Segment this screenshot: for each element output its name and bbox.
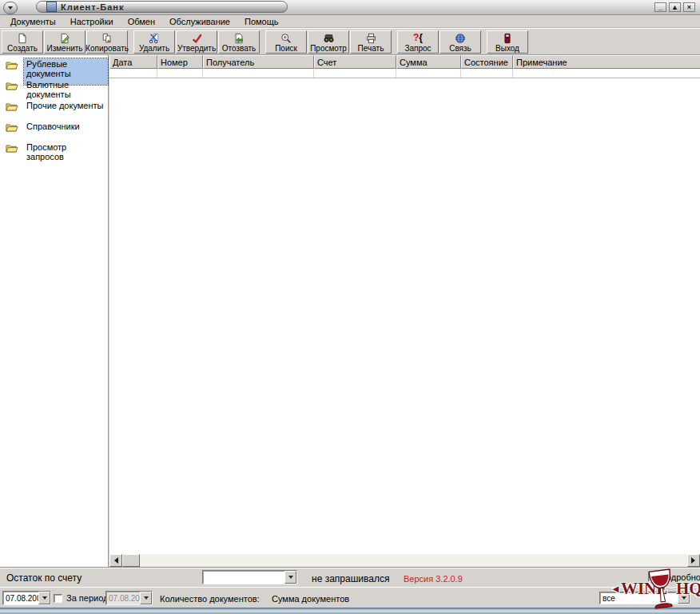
column-header-account[interactable]: Счет	[314, 55, 396, 69]
copy-document-icon	[101, 32, 113, 44]
date-from-picker[interactable]: 07.08.2007	[2, 591, 51, 605]
document-categories-sidebar: Рублевые документы Валютные документы Пр…	[0, 54, 109, 567]
checkmark-icon	[191, 32, 203, 44]
sidebar-item-other-documents[interactable]: Прочие документы	[0, 100, 108, 121]
exit-button[interactable]: Выход	[487, 30, 528, 54]
menu-bar: Документы Настройки Обмен Обслуживание П…	[0, 15, 700, 28]
print-button[interactable]: Печать	[350, 30, 392, 54]
menu-service[interactable]: Обслуживание	[162, 16, 237, 27]
details-checkbox-group: Подробно	[648, 572, 700, 582]
documents-table: Дата Номер Получатель Счет Сумма Состоян…	[109, 54, 700, 567]
scroll-left-button[interactable]	[109, 554, 122, 567]
chevron-down-icon	[8, 6, 13, 12]
version-label: Версия 3.2.0.9	[404, 574, 463, 584]
folder-icon	[6, 102, 18, 114]
document-count-label: Количество документов:	[160, 594, 260, 604]
menu-settings[interactable]: Настройки	[63, 16, 121, 27]
menu-exchange[interactable]: Обмен	[121, 16, 162, 27]
title-pill: Клиент-Банк	[36, 1, 288, 13]
folder-icon	[6, 122, 18, 134]
globe-icon	[455, 32, 466, 44]
title-bar: Клиент-Банк _ ▲ ×	[0, 0, 700, 15]
client-bank-window: Клиент-Банк _ ▲ × Документы Настройки Об…	[0, 0, 700, 614]
view-button[interactable]: Просмотр	[308, 30, 349, 54]
column-header-recipient[interactable]: Получатель	[203, 55, 314, 69]
column-header-state[interactable]: Состояние	[461, 55, 513, 69]
toolbar: Создать Изменить Копировать Удалить Утв	[0, 28, 700, 54]
window-bottom-frame	[0, 608, 700, 614]
folder-icon	[6, 81, 18, 93]
folder-icon	[6, 60, 18, 72]
revoke-document-icon	[233, 32, 245, 44]
period-label: За период	[66, 593, 108, 603]
chevron-down-icon	[42, 596, 47, 602]
printer-icon	[365, 32, 377, 44]
dropdown-arrow-button	[140, 592, 152, 604]
exit-icon	[503, 32, 512, 44]
sidebar-item-references[interactable]: Справочники	[0, 121, 108, 142]
filter-bottom-bar: 07.08.2007 За период 07.08.2007 Количест…	[0, 587, 700, 608]
request-button[interactable]: ?{ Запрос	[397, 30, 439, 54]
content-area: Рублевые документы Валютные документы Пр…	[0, 54, 700, 567]
revoke-button[interactable]: Отозвать	[218, 30, 260, 54]
edit-button[interactable]: Изменить	[44, 30, 86, 54]
balance-label: Остаток по счету	[6, 572, 82, 584]
account-select[interactable]	[202, 570, 297, 584]
sidebar-item-currency-documents[interactable]: Валютные документы	[0, 79, 108, 100]
balance-status-text: не запрашивался	[312, 573, 389, 584]
delete-button[interactable]: Удалить	[133, 30, 175, 54]
details-checkbox[interactable]	[648, 573, 657, 582]
folder-icon	[6, 143, 18, 155]
minimize-button[interactable]: _	[654, 2, 666, 12]
dropdown-arrow-button[interactable]	[38, 592, 50, 604]
period-checkbox[interactable]	[54, 594, 62, 603]
window-menu-button[interactable]	[3, 2, 18, 14]
filter-select[interactable]: все	[599, 592, 690, 604]
scroll-right-button[interactable]	[687, 554, 700, 567]
column-header-date[interactable]: Дата	[109, 55, 157, 69]
maximize-button[interactable]: ▲	[669, 2, 681, 12]
sidebar-item-request-view[interactable]: Просмотр запросов	[0, 142, 108, 162]
query-icon: ?{	[413, 32, 423, 44]
menu-documents[interactable]: Документы	[3, 16, 63, 27]
horizontal-scrollbar[interactable]	[109, 554, 700, 567]
balance-status-row: Остаток по счету не запрашивался Версия …	[0, 567, 700, 588]
search-icon	[280, 32, 292, 44]
date-to-picker-disabled: 07.08.2007	[105, 591, 153, 605]
window-controls: _ ▲ ×	[654, 2, 695, 12]
sidebar-item-ruble-documents[interactable]: Рублевые документы	[0, 58, 108, 79]
edit-document-icon	[59, 32, 70, 44]
approve-button[interactable]: Утвердить	[176, 30, 217, 54]
close-button[interactable]: ×	[683, 2, 695, 12]
binoculars-icon	[323, 32, 335, 44]
create-button[interactable]: Создать	[2, 30, 43, 54]
menu-help[interactable]: Помощь	[237, 16, 286, 27]
chevron-down-icon	[144, 596, 149, 602]
scissors-icon	[149, 32, 160, 44]
arrow-right-icon	[691, 557, 698, 564]
copy-button[interactable]: Копировать	[86, 30, 128, 54]
search-button[interactable]: Поиск	[265, 30, 307, 54]
column-header-number[interactable]: Номер	[157, 55, 203, 69]
window-title: Клиент-Банк	[61, 2, 124, 12]
scrollbar-thumb[interactable]	[122, 554, 140, 567]
dropdown-arrow-button[interactable]	[284, 571, 296, 584]
dropdown-arrow-button[interactable]	[678, 592, 690, 604]
empty-table-row	[109, 69, 700, 78]
new-document-icon	[17, 32, 28, 44]
app-icon	[46, 2, 57, 12]
table-header-row: Дата Номер Получатель Счет Сумма Состоян…	[109, 55, 700, 69]
details-label: Подробно	[660, 572, 700, 582]
column-header-amount[interactable]: Сумма	[396, 55, 461, 69]
chevron-down-icon	[288, 576, 293, 581]
arrow-left-icon	[111, 557, 118, 564]
document-sum-label: Сумма документов	[272, 594, 349, 604]
column-header-note[interactable]: Примечание	[513, 55, 700, 69]
connect-button[interactable]: Связь	[439, 30, 481, 54]
chevron-down-icon	[682, 596, 686, 602]
period-checkbox-group: За период	[54, 593, 108, 603]
scrollbar-track[interactable]	[140, 554, 687, 567]
